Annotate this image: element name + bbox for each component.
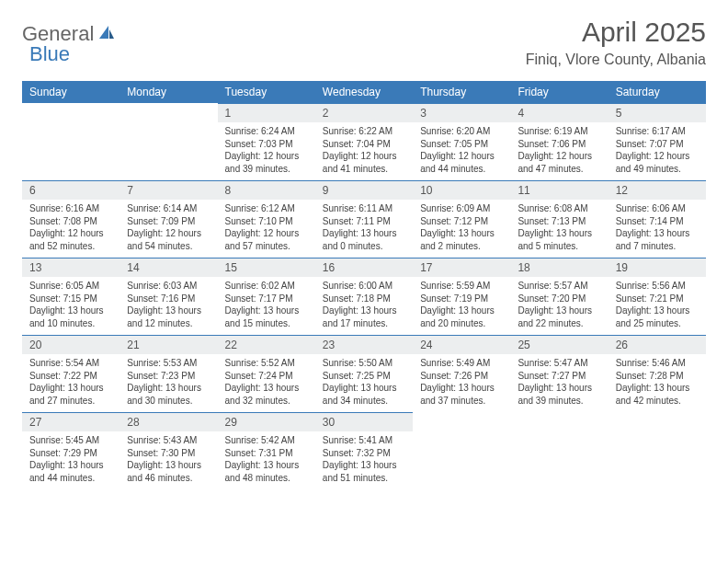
weekday-header: Wednesday [315, 81, 413, 103]
sunset-text: Sunset: 7:12 PM [420, 215, 503, 228]
day-details: Sunrise: 6:12 AMSunset: 7:10 PMDaylight:… [218, 200, 315, 258]
sunrise-text: Sunrise: 5:47 AM [518, 357, 600, 370]
sunset-text: Sunset: 7:20 PM [518, 293, 600, 305]
sunset-text: Sunset: 7:32 PM [323, 447, 405, 460]
day-details: Sunrise: 5:47 AMSunset: 7:27 PMDaylight:… [510, 354, 608, 412]
calendar-cell: 24Sunrise: 5:49 AMSunset: 7:26 PMDayligh… [413, 335, 510, 412]
day-details: Sunrise: 5:50 AMSunset: 7:25 PMDaylight:… [315, 354, 413, 412]
sunset-text: Sunset: 7:26 PM [420, 370, 503, 383]
sunset-text: Sunset: 7:30 PM [127, 447, 210, 460]
sunrise-text: Sunrise: 5:45 AM [29, 434, 112, 447]
sunset-text: Sunset: 7:10 PM [225, 215, 308, 228]
day-details [510, 419, 608, 427]
day-details: Sunrise: 5:59 AMSunset: 7:19 PMDaylight:… [413, 277, 510, 335]
sunset-text: Sunset: 7:15 PM [29, 293, 112, 305]
sunrise-text: Sunrise: 6:14 AM [127, 202, 210, 215]
daylight-text: Daylight: 13 hours and 39 minutes. [518, 382, 600, 407]
day-number: 13 [22, 258, 119, 277]
day-number: 30 [315, 412, 413, 431]
sunset-text: Sunset: 7:06 PM [518, 138, 600, 151]
day-details: Sunrise: 6:00 AMSunset: 7:18 PMDaylight:… [315, 277, 413, 335]
day-details: Sunrise: 6:02 AMSunset: 7:17 PMDaylight:… [218, 277, 315, 335]
sunset-text: Sunset: 7:29 PM [29, 447, 112, 460]
day-number: 11 [510, 180, 608, 200]
calendar-cell: 19Sunrise: 5:56 AMSunset: 7:21 PMDayligh… [609, 258, 706, 335]
day-details: Sunrise: 6:14 AMSunset: 7:09 PMDaylight:… [119, 200, 217, 258]
calendar-cell: 2Sunrise: 6:22 AMSunset: 7:04 PMDaylight… [315, 103, 413, 180]
day-details: Sunrise: 6:16 AMSunset: 7:08 PMDaylight:… [22, 200, 119, 258]
sunrise-text: Sunrise: 5:56 AM [616, 280, 699, 293]
daylight-text: Daylight: 13 hours and 37 minutes. [420, 382, 503, 407]
daylight-text: Daylight: 13 hours and 30 minutes. [127, 382, 210, 407]
day-details: Sunrise: 6:11 AMSunset: 7:11 PMDaylight:… [315, 200, 413, 258]
daylight-text: Daylight: 12 hours and 57 minutes. [225, 227, 308, 252]
daylight-text: Daylight: 13 hours and 17 minutes. [323, 304, 405, 329]
calendar-cell: 9Sunrise: 6:11 AMSunset: 7:11 PMDaylight… [315, 180, 413, 258]
weekday-header: Thursday [413, 81, 510, 103]
calendar-cell: 22Sunrise: 5:52 AMSunset: 7:24 PMDayligh… [218, 335, 315, 412]
weekday-header: Monday [119, 81, 217, 103]
calendar-cell: 13Sunrise: 6:05 AMSunset: 7:15 PMDayligh… [22, 258, 119, 335]
sunset-text: Sunset: 7:05 PM [420, 138, 503, 151]
daylight-text: Daylight: 12 hours and 44 minutes. [420, 150, 503, 175]
calendar-header-row: SundayMondayTuesdayWednesdayThursdayFrid… [22, 81, 706, 103]
sunrise-text: Sunrise: 6:20 AM [420, 125, 503, 138]
daylight-text: Daylight: 13 hours and 10 minutes. [29, 304, 112, 329]
calendar-cell: 15Sunrise: 6:02 AMSunset: 7:17 PMDayligh… [218, 258, 315, 335]
day-details: Sunrise: 6:08 AMSunset: 7:13 PMDaylight:… [510, 200, 608, 258]
daylight-text: Daylight: 13 hours and 12 minutes. [127, 304, 210, 329]
calendar-cell: 3Sunrise: 6:20 AMSunset: 7:05 PMDaylight… [413, 103, 510, 180]
sunrise-text: Sunrise: 5:52 AM [225, 357, 308, 370]
day-number: 26 [609, 335, 706, 354]
daylight-text: Daylight: 13 hours and 5 minutes. [518, 227, 600, 252]
day-number: 3 [413, 103, 510, 122]
sunset-text: Sunset: 7:08 PM [29, 215, 112, 228]
day-details: Sunrise: 5:49 AMSunset: 7:26 PMDaylight:… [413, 354, 510, 412]
sunset-text: Sunset: 7:22 PM [29, 370, 112, 383]
sunrise-text: Sunrise: 5:43 AM [127, 434, 210, 447]
sunrise-text: Sunrise: 5:41 AM [323, 434, 405, 447]
daylight-text: Daylight: 13 hours and 25 minutes. [616, 304, 699, 329]
day-details: Sunrise: 5:46 AMSunset: 7:28 PMDaylight:… [609, 354, 706, 412]
daylight-text: Daylight: 13 hours and 22 minutes. [518, 304, 600, 329]
sunset-text: Sunset: 7:09 PM [127, 215, 210, 228]
day-details: Sunrise: 5:52 AMSunset: 7:24 PMDaylight:… [218, 354, 315, 412]
day-details: Sunrise: 6:20 AMSunset: 7:05 PMDaylight:… [413, 122, 510, 180]
sunset-text: Sunset: 7:23 PM [127, 370, 210, 383]
daylight-text: Daylight: 13 hours and 7 minutes. [616, 227, 699, 252]
day-number: 15 [218, 258, 315, 277]
sunrise-text: Sunrise: 5:49 AM [420, 357, 503, 370]
day-number: 10 [413, 180, 510, 200]
location-text: Finiq, Vlore County, Albania [526, 52, 706, 68]
calendar-cell: 4Sunrise: 6:19 AMSunset: 7:06 PMDaylight… [510, 103, 608, 180]
calendar-cell [413, 412, 510, 489]
calendar-cell [22, 103, 119, 180]
sunset-text: Sunset: 7:14 PM [616, 215, 699, 228]
sunset-text: Sunset: 7:27 PM [518, 370, 600, 383]
day-details: Sunrise: 5:43 AMSunset: 7:30 PMDaylight:… [119, 431, 217, 489]
sunrise-text: Sunrise: 6:12 AM [225, 202, 308, 215]
day-details [22, 109, 119, 118]
calendar-cell: 6Sunrise: 6:16 AMSunset: 7:08 PMDaylight… [22, 180, 119, 258]
sunrise-text: Sunrise: 6:19 AM [518, 125, 600, 138]
calendar-cell: 12Sunrise: 6:06 AMSunset: 7:14 PMDayligh… [609, 180, 706, 258]
calendar-cell: 27Sunrise: 5:45 AMSunset: 7:29 PMDayligh… [22, 412, 119, 489]
day-details: Sunrise: 5:41 AMSunset: 7:32 PMDaylight:… [315, 431, 413, 489]
daylight-text: Daylight: 13 hours and 27 minutes. [29, 382, 112, 407]
calendar-cell [119, 103, 217, 180]
sunset-text: Sunset: 7:25 PM [323, 370, 405, 383]
sunrise-text: Sunrise: 6:22 AM [323, 125, 405, 138]
daylight-text: Daylight: 13 hours and 15 minutes. [225, 304, 308, 329]
day-number: 12 [609, 180, 706, 200]
daylight-text: Daylight: 13 hours and 20 minutes. [420, 304, 503, 329]
month-title: April 2025 [526, 17, 706, 48]
day-number: 25 [510, 335, 608, 354]
title-block: April 2025 Finiq, Vlore County, Albania [526, 17, 706, 68]
day-number: 16 [315, 258, 413, 277]
day-number: 5 [609, 103, 706, 122]
day-details: Sunrise: 5:54 AMSunset: 7:22 PMDaylight:… [22, 354, 119, 412]
sunrise-text: Sunrise: 6:05 AM [29, 280, 112, 293]
day-number: 29 [218, 412, 315, 431]
sunrise-text: Sunrise: 6:08 AM [518, 202, 600, 215]
daylight-text: Daylight: 12 hours and 47 minutes. [518, 150, 600, 175]
